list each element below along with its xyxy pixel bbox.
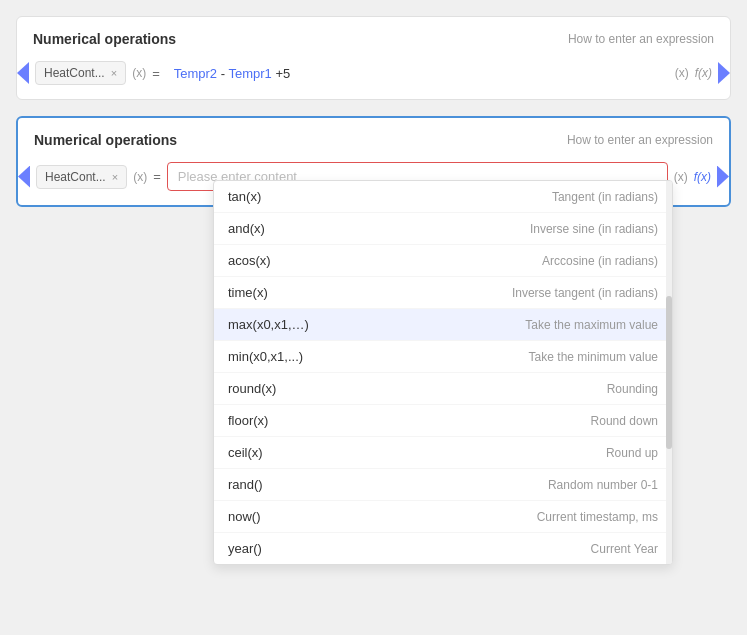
dropdown-item-name: round(x) [228, 381, 276, 396]
expr-number: +5 [275, 66, 290, 81]
panel-2-header: Numerical operations How to enter an exp… [34, 132, 713, 148]
tag-2-close-button[interactable]: × [112, 171, 118, 183]
expr-part1: Tempr2 [174, 66, 217, 81]
dropdown-item[interactable]: tan(x)Tangent (in radians) [214, 181, 672, 213]
dropdown-item[interactable]: now()Current timestamp, ms [214, 501, 672, 533]
dropdown-item-name: acos(x) [228, 253, 271, 268]
dropdown-item-name: year() [228, 541, 262, 556]
dropdown-item[interactable]: floor(x)Round down [214, 405, 672, 437]
tag-2-label: HeatCont... [45, 170, 106, 184]
paren-left: (x) [132, 66, 146, 80]
panel-1-how-to[interactable]: How to enter an expression [568, 32, 714, 46]
func-2-icon: f(x) [694, 170, 711, 184]
dropdown-list: tan(x)Tangent (in radians)and(x)Inverse … [214, 181, 672, 564]
dropdown-item-name: min(x0,x1,...) [228, 349, 303, 364]
panel-2: Numerical operations How to enter an exp… [16, 116, 731, 207]
paren-2-left: (x) [133, 170, 147, 184]
panel-1: Numerical operations How to enter an exp… [16, 16, 731, 100]
dropdown-item[interactable]: year()Current Year [214, 533, 672, 564]
panel-2-how-to[interactable]: How to enter an expression [567, 133, 713, 147]
panel-2-title: Numerical operations [34, 132, 177, 148]
dropdown-item-name: and(x) [228, 221, 265, 236]
panel-1-expression-row: HeatCont... × (x) = Tempr2 - Tempr1 +5 (… [33, 61, 714, 85]
dropdown-item-desc: Inverse tangent (in radians) [512, 286, 658, 300]
dropdown-item[interactable]: round(x)Rounding [214, 373, 672, 405]
dropdown-item-name: max(x0,x1,…) [228, 317, 309, 332]
dropdown-item[interactable]: time(x)Inverse tangent (in radians) [214, 277, 672, 309]
right-arrow-2-icon [717, 166, 729, 188]
dropdown-item-desc: Current timestamp, ms [537, 510, 658, 524]
equals-2-sign: = [153, 169, 161, 184]
scrollbar-track [666, 181, 672, 564]
dropdown-item[interactable]: max(x0,x1,…)Take the maximum value [214, 309, 672, 341]
panel-1-tag: HeatCont... × [35, 61, 126, 85]
expr-part2: Tempr1 [228, 66, 271, 81]
dropdown-item[interactable]: ceil(x)Round up [214, 437, 672, 469]
dropdown-item-name: time(x) [228, 285, 268, 300]
dropdown-item-desc: Random number 0-1 [548, 478, 658, 492]
tag-label: HeatCont... [44, 66, 105, 80]
left-arrow-icon [17, 62, 29, 84]
panel-2-tag: HeatCont... × [36, 165, 127, 189]
dropdown-item[interactable]: rand()Random number 0-1 [214, 469, 672, 501]
scrollbar-thumb[interactable] [666, 296, 672, 449]
dropdown-item-name: rand() [228, 477, 263, 492]
dropdown-item-name: tan(x) [228, 189, 261, 204]
paren-2-right: (x) [674, 170, 688, 184]
dropdown-item-desc: Take the maximum value [525, 318, 658, 332]
right-arrow-icon [718, 62, 730, 84]
expression-value: Tempr2 - Tempr1 +5 [166, 62, 669, 85]
dropdown-item-desc: Tangent (in radians) [552, 190, 658, 204]
dropdown-item-desc: Round up [606, 446, 658, 460]
dropdown-item-desc: Inverse sine (in radians) [530, 222, 658, 236]
tag-close-button[interactable]: × [111, 67, 117, 79]
func-icon: f(x) [695, 66, 712, 80]
dropdown-item[interactable]: min(x0,x1,...)Take the minimum value [214, 341, 672, 373]
dropdown-item-desc: Take the minimum value [529, 350, 658, 364]
dropdown-item[interactable]: acos(x)Arccosine (in radians) [214, 245, 672, 277]
dropdown-item-desc: Rounding [607, 382, 658, 396]
dropdown-item-desc: Round down [591, 414, 658, 428]
dropdown-item-desc: Current Year [591, 542, 658, 556]
panel-1-header: Numerical operations How to enter an exp… [33, 31, 714, 47]
panel-1-title: Numerical operations [33, 31, 176, 47]
dropdown-item-name: ceil(x) [228, 445, 263, 460]
function-dropdown: tan(x)Tangent (in radians)and(x)Inverse … [213, 180, 673, 565]
dropdown-item[interactable]: and(x)Inverse sine (in radians) [214, 213, 672, 245]
dropdown-item-name: floor(x) [228, 413, 268, 428]
dropdown-item-name: now() [228, 509, 261, 524]
paren-right: (x) [675, 66, 689, 80]
left-arrow-2-icon [18, 166, 30, 188]
dropdown-item-desc: Arccosine (in radians) [542, 254, 658, 268]
equals-sign: = [152, 66, 160, 81]
